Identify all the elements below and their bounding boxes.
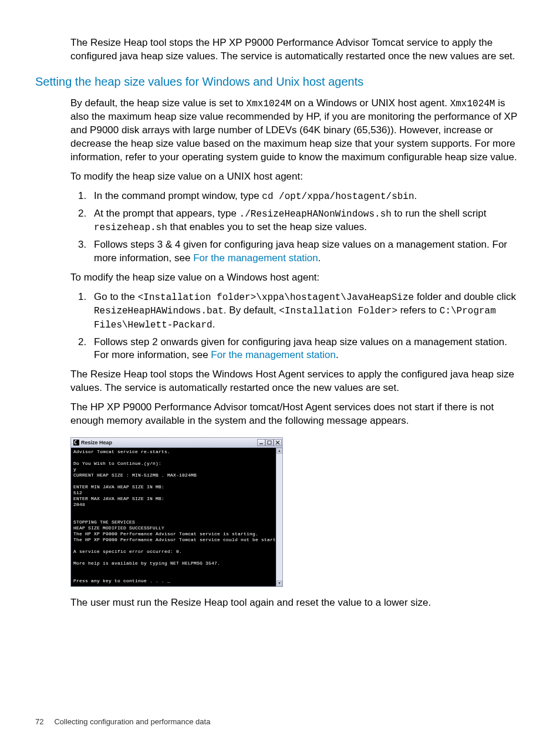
windows-intro: To modify the heap size value on a Windo…	[70, 271, 525, 285]
svg-marker-7	[278, 582, 281, 585]
code-cd: cd /opt/xppa/hostagent/sbin	[262, 191, 414, 202]
svg-marker-6	[278, 450, 281, 452]
code-xmx1: Xmx1024M	[247, 99, 292, 109]
maximize-button[interactable]	[265, 439, 274, 446]
text: folder and double click	[414, 291, 516, 302]
text: that enables you to set the heap size va…	[167, 221, 367, 232]
post-paragraph-2: The HP XP P9000 Performance Advisor tomc…	[70, 401, 525, 428]
terminal-window: C Resize Heap Advisor Tom	[70, 437, 283, 587]
page-number: 72	[35, 717, 43, 727]
minimize-button[interactable]	[257, 439, 265, 446]
terminal-output: Advisor Tomcat service re-starts. Do You…	[71, 448, 282, 586]
text: In the command prompt window, type	[94, 190, 262, 201]
list-item: Go to the <Installation folder>\xppa\hos…	[89, 291, 525, 332]
windows-steps-list: Go to the <Installation folder>\xppa\hos…	[70, 291, 525, 363]
list-item: At the prompt that appears, type ./Resiz…	[89, 207, 525, 235]
text: .	[212, 319, 215, 330]
post-paragraph-1: The Resize Heap tool stops the Windows H…	[70, 368, 525, 395]
text: At the prompt that appears, type	[94, 208, 239, 219]
window-controls	[257, 439, 282, 446]
close-button[interactable]	[274, 439, 282, 446]
unix-intro: To modify the heap size value on a UNIX …	[70, 170, 525, 184]
text: on a Windows or UNIX host agent.	[291, 97, 450, 109]
terminal-titlebar: C Resize Heap	[71, 438, 282, 448]
list-item: Follows steps 3 & 4 given for configurin…	[89, 238, 525, 265]
closing-paragraph: The user must run the Resize Heap tool a…	[70, 596, 525, 610]
text: refers to	[397, 305, 440, 316]
code-resize-sh: ./ResizeHeapHANonWindows.sh	[239, 209, 392, 220]
code-install-folder-2: <Installation Folder>	[279, 306, 397, 316]
code-xmx2: Xmx1024M	[450, 99, 495, 109]
scroll-up-button[interactable]	[276, 448, 282, 454]
text: .	[318, 252, 321, 264]
section-heading: Setting the heap size values for Windows…	[35, 74, 525, 90]
terminal-title-text: Resize Heap	[81, 439, 112, 446]
code-install-folder: <Installation folder>\xppa\hostagent\Jav…	[138, 292, 414, 303]
text: .	[336, 349, 339, 360]
footer-title: Collecting configuration and performance…	[54, 717, 210, 726]
page-footer: 72Collecting configuration and performan…	[35, 717, 210, 727]
text: .	[414, 190, 417, 201]
intro-paragraph: The Resize Heap tool stops the HP XP P90…	[70, 36, 525, 63]
document-page: The Resize Heap tool stops the HP XP P90…	[0, 0, 560, 746]
link-management-station[interactable]: For the management station	[211, 349, 336, 360]
unix-steps-list: In the command prompt window, type cd /o…	[70, 190, 525, 265]
text: By default, the heap size value is set t…	[70, 97, 247, 109]
scroll-down-button[interactable]	[276, 580, 282, 586]
code-bat: ResizeHeapHAWindows.bat	[94, 306, 224, 316]
default-heap-paragraph: By default, the heap size value is set t…	[70, 97, 525, 164]
svg-rect-3	[268, 441, 271, 444]
code-resizeheap: resizeheap.sh	[94, 222, 167, 233]
text: . By default,	[224, 305, 279, 316]
command-prompt-icon: C	[73, 440, 79, 445]
list-item: Follows step 2 onwards given for configu…	[89, 336, 525, 363]
terminal-scrollbar[interactable]	[276, 448, 282, 586]
list-item: In the command prompt window, type cd /o…	[89, 190, 525, 204]
text: Go to the	[94, 291, 138, 302]
text: to run the shell script	[392, 208, 487, 219]
link-management-station[interactable]: For the management station	[193, 252, 318, 264]
svg-text:C: C	[74, 440, 77, 445]
